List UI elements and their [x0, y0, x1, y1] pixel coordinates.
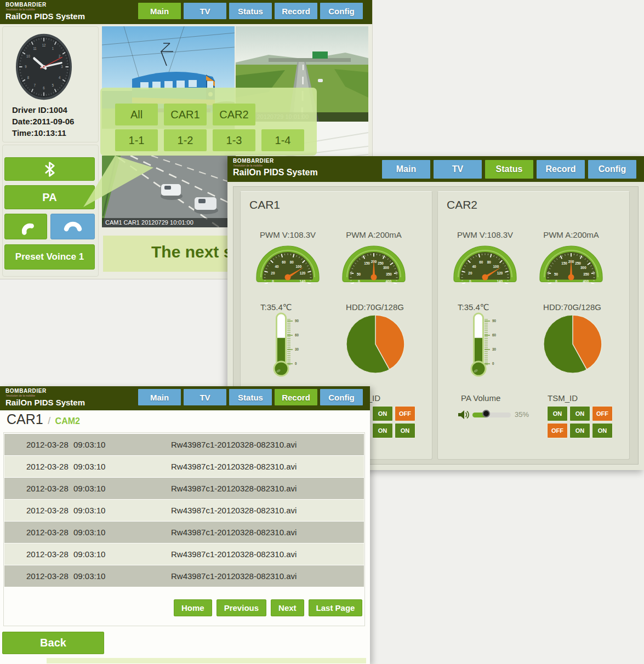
cell-date: 2012-03-28 — [26, 549, 73, 559]
cell-date: 2012-03-28 — [26, 462, 73, 471]
tab-status[interactable]: Status — [229, 3, 272, 19]
pwm-current-gauge: 0 50 150 200 250 300 350 400 — [538, 241, 604, 284]
table-row[interactable]: 2012-03-2809:03:10Rw43987c1-20120328-082… — [4, 434, 364, 455]
tsm-toggle-3[interactable]: OFF — [395, 406, 415, 421]
last-page-button[interactable]: Last Page — [309, 599, 363, 616]
tab-tv[interactable]: TV — [184, 3, 226, 19]
tab-config[interactable]: Config — [588, 160, 636, 179]
brand-name: BOMBARDIER — [233, 158, 318, 164]
tsm-toggle-5[interactable]: ON — [569, 423, 590, 438]
svg-text:0: 0 — [469, 279, 471, 283]
brand-name: BOMBARDIER — [5, 388, 85, 394]
svg-text:150: 150 — [364, 261, 370, 265]
volume-percent: 35% — [515, 410, 529, 419]
svg-text:140: 140 — [300, 279, 306, 283]
svg-text:30: 30 — [492, 347, 497, 351]
app-title: RailOn PIDS System — [5, 398, 85, 407]
selector-all-button[interactable]: All — [115, 104, 158, 125]
phone-end-button[interactable] — [50, 214, 95, 239]
svg-text:3: 3 — [61, 65, 63, 69]
tsm-toggle-3[interactable]: OFF — [592, 406, 613, 421]
home-button[interactable]: Home — [174, 599, 212, 616]
tsm-toggle-2[interactable]: ON — [372, 406, 393, 421]
cell-time: 09:03:10 — [73, 549, 122, 559]
table-row[interactable]: 2012-03-2809:03:10Rw43987c1-20120328-082… — [4, 565, 364, 587]
tab-status[interactable]: Status — [485, 160, 533, 179]
tsm-toggle-4[interactable]: OFF — [547, 423, 568, 438]
svg-text:350: 350 — [386, 272, 392, 276]
tsm-toggle-5[interactable]: ON — [372, 423, 393, 438]
selector-1-3-button[interactable]: 1-3 — [213, 129, 255, 151]
tab-main[interactable]: Main — [138, 3, 181, 19]
table-row[interactable]: 2012-03-2809:03:10Rw43987c1-20120328-082… — [4, 500, 364, 521]
svg-text:12: 12 — [42, 43, 46, 48]
svg-text:40: 40 — [472, 265, 477, 268]
pwm-voltage-gauge: 0 20 40 60 80 100 120 140 — [452, 241, 518, 284]
volume-knob[interactable] — [482, 410, 490, 417]
svg-text:0: 0 — [492, 362, 494, 365]
table-row[interactable]: 2012-03-2809:03:10Rw43987c1-20120328-082… — [4, 522, 364, 543]
header: BOMBARDIER l'evolution de la mobilite Ra… — [227, 156, 644, 182]
selector-row-cams: 1-11-21-31-4 — [115, 129, 304, 151]
hdd-pie-chart — [345, 313, 406, 375]
date-text: Date:2011-09-06 — [12, 117, 74, 126]
bluetooth-icon — [41, 159, 59, 179]
phone-call-button[interactable] — [4, 214, 47, 239]
tab-record[interactable]: Record — [275, 3, 317, 19]
tsm-toggle-6[interactable]: ON — [592, 423, 613, 438]
svg-text:0: 0 — [555, 279, 557, 283]
svg-text:300: 300 — [383, 266, 389, 270]
svg-text:4: 4 — [59, 75, 61, 79]
tab-record[interactable]: Record — [275, 389, 317, 405]
preset-voice-button[interactable]: Preset Voince 1 — [4, 244, 95, 270]
nav-tabs: MainTVStatusRecordConfig — [138, 3, 363, 19]
svg-text:120: 120 — [497, 271, 503, 275]
hdd-pie-chart — [542, 313, 603, 375]
svg-text:250: 250 — [378, 261, 384, 265]
svg-text:90: 90 — [295, 319, 299, 323]
thermometer-graphic: 90 60 30 0 — [468, 310, 499, 377]
svg-text:30: 30 — [295, 347, 299, 351]
pwm-voltage-label: PWM V:108.3V — [255, 230, 321, 239]
table-row[interactable]: 2012-03-2809:03:10Rw43987c1-20120328-082… — [4, 478, 364, 499]
window-record: BOMBARDIER l'evolution de la mobilite Ra… — [0, 386, 370, 664]
tab-status[interactable]: Status — [229, 389, 272, 405]
selector-car1-button[interactable]: CAR1 — [164, 104, 207, 125]
table-row[interactable]: 2012-03-2809:03:10Rw43987c1-20120328-082… — [4, 543, 364, 565]
selector-1-4-button[interactable]: 1-4 — [261, 129, 304, 151]
header: BOMBARDIER l'evolution de la mobilite Ra… — [0, 386, 370, 410]
svg-text:0: 0 — [358, 279, 360, 283]
brand-tagline: l'evolution de la mobilite — [6, 8, 85, 11]
svg-text:100: 100 — [296, 265, 302, 268]
logo: BOMBARDIER l'evolution de la mobilite Ra… — [5, 2, 85, 20]
tab-main[interactable]: Main — [138, 389, 181, 405]
svg-text:60: 60 — [479, 260, 483, 264]
breadcrumb-cam[interactable]: CAM2 — [55, 416, 80, 426]
tsm-toggle-2[interactable]: ON — [569, 406, 590, 421]
next-button[interactable]: Next — [271, 599, 304, 616]
tab-main[interactable]: Main — [382, 160, 430, 179]
tab-config[interactable]: Config — [320, 389, 363, 405]
table-row[interactable]: 2012-03-2809:03:10Rw43987c1-20120328-082… — [4, 456, 364, 477]
tab-record[interactable]: Record — [537, 160, 585, 179]
selector-1-1-button[interactable]: 1-1 — [115, 129, 158, 151]
svg-text:60: 60 — [295, 333, 299, 337]
selector-row-cars: AllCAR1CAR2 — [115, 104, 255, 125]
breadcrumb-car[interactable]: CAR1 — [7, 411, 43, 427]
back-button[interactable]: Back — [2, 632, 104, 654]
volume-slider[interactable] — [472, 413, 511, 417]
svg-text:100: 100 — [493, 265, 499, 268]
cell-filename: Rw43987c1-20120328-082310.avi — [171, 506, 297, 515]
selector-car2-button[interactable]: CAR2 — [213, 104, 255, 125]
tab-tv[interactable]: TV — [184, 389, 226, 405]
cell-filename: Rw43987c1-20120328-082310.avi — [171, 528, 297, 537]
svg-text:120: 120 — [300, 271, 306, 275]
selector-1-2-button[interactable]: 1-2 — [164, 129, 207, 151]
phone-call-icon — [15, 217, 37, 237]
tab-tv[interactable]: TV — [434, 160, 482, 179]
tab-config[interactable]: Config — [320, 3, 363, 19]
brand-tagline: l'evolution de la mobilite — [233, 164, 318, 167]
tsm-toggle-6[interactable]: ON — [395, 423, 415, 438]
tsm-toggle-1[interactable]: ON — [547, 406, 568, 421]
previous-button[interactable]: Previous — [216, 599, 266, 616]
